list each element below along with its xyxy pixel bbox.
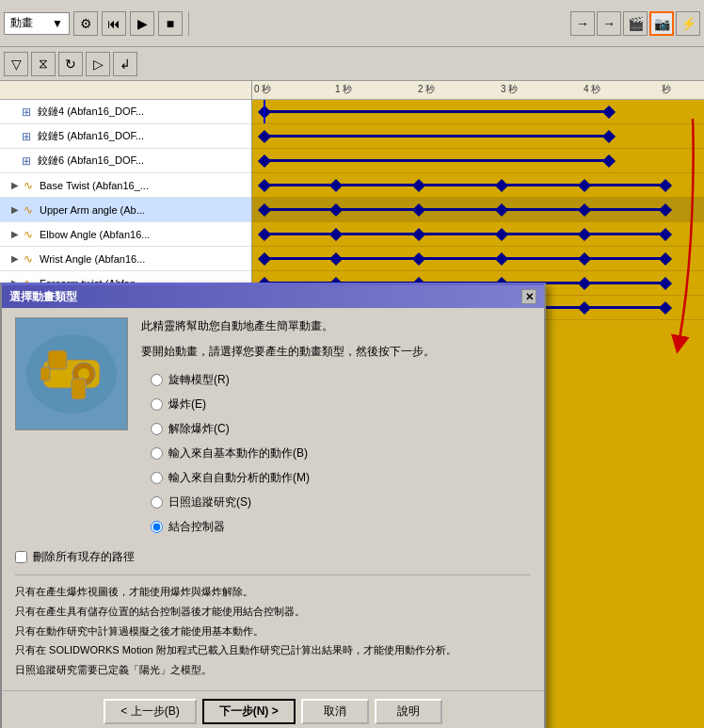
diamond-9e <box>578 301 591 315</box>
intro-line2: 要開始動畫，請選擇您要產生的動畫類型，然後按下一步。 <box>141 343 531 361</box>
top-toolbar: 動畫 ▼ ⚙ ⏮ ▶ ■ → → 🎬 📷 ⚡ <box>0 0 704 47</box>
play-icon: ▶ <box>137 16 148 31</box>
diamond-4b <box>329 179 343 192</box>
step-back-icon: ⏮ <box>107 16 120 31</box>
radio-rotate[interactable] <box>151 374 163 386</box>
diamond-5c <box>412 203 425 217</box>
prev-btn[interactable]: < 上一步(B) <box>104 699 196 724</box>
radio-unexplode-label: 解除爆炸(C) <box>168 417 230 440</box>
bar-2 <box>264 135 613 138</box>
diamond-1b <box>602 105 616 119</box>
dialog-close-btn[interactable]: ✕ <box>521 289 536 304</box>
dialog-footer: < 上一步(B) 下一步(N) > 取消 說明 <box>2 690 544 728</box>
refresh-btn[interactable]: ↻ <box>58 52 83 76</box>
tree-item-2[interactable]: ⊞ 鉸鏈5 (Abfan16_DOF... <box>0 124 251 149</box>
diamond-6e <box>578 228 591 241</box>
svg-rect-6 <box>40 367 50 380</box>
filter-icon: ▽ <box>11 57 22 72</box>
filter-btn[interactable]: ▽ <box>4 52 28 76</box>
diamond-6d <box>495 228 508 241</box>
arrow-right2-btn[interactable]: → <box>597 11 621 36</box>
diamond-5b <box>329 203 343 217</box>
bolt-icon: ⚡ <box>680 16 696 31</box>
camera-btn[interactable]: 📷 <box>649 11 674 36</box>
diamond-5e <box>578 203 591 217</box>
animation-type-dialog: 選擇動畫類型 ✕ 此精靈 <box>0 283 546 728</box>
radio-sun-study[interactable] <box>151 496 163 509</box>
tree-item-3[interactable]: ⊞ 鉸鏈6 (Abfan16_DOF... <box>0 149 251 173</box>
radio-item-rotate: 旋轉模型(R) <box>151 368 531 391</box>
hinge-icon-1: ⊞ <box>19 105 34 120</box>
motion-key-btn[interactable]: ↲ <box>113 52 137 76</box>
diamond-4c <box>412 179 425 192</box>
filter-toolbar: ▽ ⧖ ↻ ▷ ↲ <box>0 47 704 81</box>
delete-paths-row: 刪除所有現存的路徑 <box>15 549 531 565</box>
tree-item-7[interactable]: ▶ ∿ Wrist Angle (Abfan16... <box>0 247 251 271</box>
dialog-image <box>15 317 128 430</box>
motion-dropdown[interactable]: 動畫 ▼ <box>4 12 70 35</box>
filter2-btn[interactable]: ▷ <box>86 52 110 76</box>
radio-rotate-label: 旋轉模型(R) <box>168 368 230 391</box>
play-btn[interactable]: ▶ <box>130 11 154 36</box>
timeline-row-6 <box>252 222 704 247</box>
diamond-7f <box>659 252 672 266</box>
arrow-right2-icon: → <box>602 16 616 31</box>
tree-item-1[interactable]: ⊞ 鉸鏈4 (Abfan16_DOF... <box>0 100 251 124</box>
info-line-5: 日照追蹤研究需要已定義「陽光」之模型。 <box>15 661 531 679</box>
radio-unexplode[interactable] <box>151 423 163 435</box>
radio-explode-label: 爆炸(E) <box>168 393 206 415</box>
radio-import-basic[interactable] <box>151 447 163 460</box>
dialog-body: 此精靈將幫助您自動地產生簡單動畫。 要開始動畫，請選擇您要產生的動畫類型，然後按… <box>2 308 544 690</box>
step-back-btn[interactable]: ⏮ <box>102 11 126 36</box>
curve-icon-4: ∿ <box>21 178 36 193</box>
diamond-6b <box>329 228 343 241</box>
timeline-row-2 <box>252 124 704 149</box>
tree-item-6[interactable]: ▶ ∿ Elbow Angle (Abfan16... <box>0 222 251 247</box>
cancel-btn[interactable]: 取消 <box>301 699 369 724</box>
dropdown-arrow: ▼ <box>52 17 63 30</box>
film-btn[interactable]: 🎬 <box>623 11 648 36</box>
bar-3 <box>264 159 613 162</box>
curve-icon-5: ∿ <box>21 202 36 218</box>
info-line-1: 只有在產生爆炸視圖後，才能使用爆炸與爆炸解除。 <box>15 583 531 601</box>
arrow-right-btn[interactable]: → <box>570 11 595 36</box>
diamond-8f <box>659 277 672 290</box>
radio-item-import-analysis: 輸入來自自動分析的動作(M) <box>151 466 531 489</box>
ruler-end: 秒 <box>662 83 671 96</box>
radio-item-combined: 結合控制器 <box>151 515 531 538</box>
motion-label: 動畫 <box>10 15 33 31</box>
gear-icon: ⚙ <box>80 16 92 31</box>
diamond-9f <box>659 301 672 315</box>
radio-item-explode: 爆炸(E) <box>151 393 531 415</box>
tree-label-6: Elbow Angle (Abfan16... <box>40 229 150 240</box>
radio-group: 旋轉模型(R) 爆炸(E) 解除爆炸(C) 輸入來自基本動作的動作(B) <box>151 368 531 538</box>
arrow-6: ▶ <box>11 229 19 239</box>
bolt-btn[interactable]: ⚡ <box>676 11 700 36</box>
next-btn[interactable]: 下一步(N) > <box>202 699 296 724</box>
dialog-titlebar: 選擇動畫類型 ✕ <box>2 285 544 308</box>
timeline-row-4 <box>252 173 704 198</box>
help-btn[interactable]: 說明 <box>375 699 442 724</box>
delete-paths-checkbox[interactable] <box>15 551 27 563</box>
tree-item-5[interactable]: ▶ ∿ Upper Arm angle (Ab... <box>0 198 251 222</box>
sep1 <box>188 11 189 36</box>
svg-rect-5 <box>72 379 86 399</box>
tree-item-4[interactable]: ▶ ∿ Base Twist (Abfan16_... <box>0 173 251 198</box>
timeline-ruler: 0 秒 1 秒 2 秒 3 秒 4 秒 秒 <box>252 81 704 100</box>
ruler-1: 1 秒 <box>335 83 352 96</box>
filter-key-btn[interactable]: ⧖ <box>31 52 56 76</box>
info-line-4: 只有在 SOLIDWORKS Motion 附加程式已載入且動作研究已計算出結果… <box>15 641 531 659</box>
diamond-6c <box>412 228 425 241</box>
radio-combined[interactable] <box>151 521 163 533</box>
settings-btn[interactable]: ⚙ <box>73 11 98 36</box>
radio-explode[interactable] <box>151 398 163 411</box>
bar-4 <box>264 184 669 186</box>
radio-combined-label: 結合控制器 <box>168 515 225 538</box>
stop-icon: ■ <box>167 16 174 31</box>
stop-btn[interactable]: ■ <box>158 11 183 36</box>
delete-paths-label: 刪除所有現存的路徑 <box>33 549 135 565</box>
tree-label-7: Wrist Angle (Abfan16... <box>40 253 145 265</box>
diamond-4e <box>578 179 591 192</box>
hinge-icon-3: ⊞ <box>19 154 34 169</box>
radio-import-analysis[interactable] <box>151 472 163 484</box>
